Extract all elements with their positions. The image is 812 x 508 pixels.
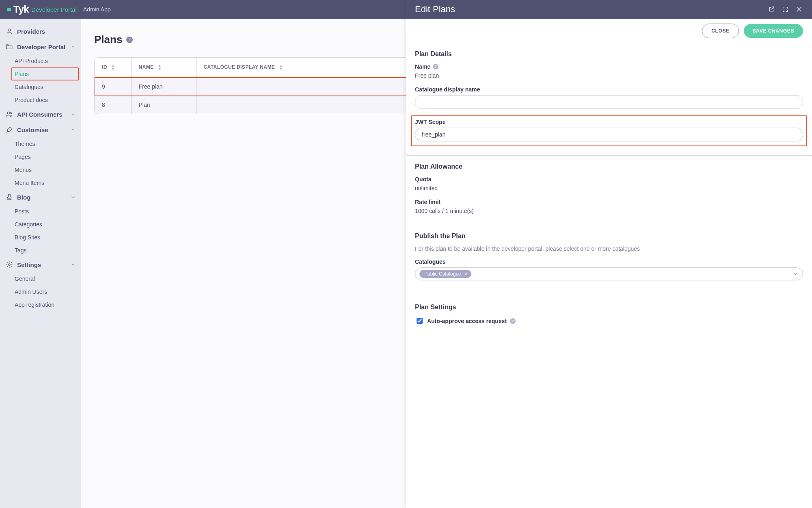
cell-name: Free plan [131,78,196,96]
panel-actions: CLOSE SAVE CHANGES [406,19,812,43]
col-name[interactable]: NAME ▲▼ [131,58,196,78]
svg-point-4 [9,264,11,266]
page-title: Plans [94,33,122,46]
catalogue-tag: Public Catalogue ✕ [419,270,471,278]
chevron-down-icon [71,195,76,200]
svg-point-2 [10,113,12,114]
fullscreen-icon[interactable] [781,5,789,13]
logo-square-icon [7,8,11,11]
sidebar-item-settings[interactable]: Settings [0,257,81,272]
cell-id: 8 [95,96,131,114]
panel-body: Plan Details Name ? Free plan Catalogue … [406,43,812,508]
open-external-icon[interactable] [767,5,775,13]
users-icon [6,111,13,118]
sidebar-sub-admin-users[interactable]: Admin Users [0,285,81,298]
catalogue-display-name-input[interactable] [415,95,803,109]
section-description: For this plan to be available in the dev… [415,245,803,252]
svg-point-0 [8,29,11,31]
sidebar-sub-posts[interactable]: Posts [0,205,81,218]
auto-approve-checkbox[interactable] [417,318,423,324]
sidebar-sub-product-docs[interactable]: Product docs [0,93,81,106]
catalogues-select[interactable]: Public Catalogue ✕ [415,267,803,280]
brand-text: Tyk [13,4,29,15]
close-button[interactable]: CLOSE [702,24,739,38]
chevron-up-icon [71,112,76,117]
cell-id: 9 [95,78,131,96]
sidebar-item-developer-portal[interactable]: Developer Portal [0,39,81,54]
section-plan-details: Plan Details Name ? Free plan Catalogue … [406,43,812,156]
sidebar: Providers Developer Portal API Products … [0,19,81,508]
brand-subtitle: Developer Portal [31,6,77,13]
field-label: JWT Scope [415,119,445,125]
field-name: Name ? Free plan [415,63,803,79]
field-value: Free plan [415,72,803,79]
sidebar-item-api-consumers[interactable]: API Consumers [0,106,81,122]
close-icon[interactable] [795,5,803,13]
field-label: Catalogue display name [415,86,480,93]
jwt-scope-input[interactable] [415,128,803,141]
sidebar-item-label: Developer Portal [17,43,65,50]
gear-icon [6,261,13,268]
cell-name: Plan [131,96,196,114]
sidebar-item-customise[interactable]: Customise [0,122,81,137]
sidebar-item-label: API Consumers [17,111,63,118]
sidebar-sub-categories[interactable]: Categories [0,218,81,231]
field-label: Name [415,63,430,70]
section-publish-plan: Publish the Plan For this plan to be ava… [406,225,812,296]
stamp-icon [6,193,13,201]
chevron-down-icon [71,127,76,132]
chevron-down-icon [71,44,76,49]
field-rate-limit: Rate limit 1000 calls / 1 minute(s) [415,199,803,214]
field-jwt-scope-highlight: JWT Scope [411,115,807,146]
sidebar-item-label: Providers [17,28,45,35]
sidebar-sub-themes[interactable]: Themes [0,137,81,150]
save-button[interactable]: SAVE CHANGES [744,24,803,38]
sidebar-item-label: Customise [17,126,48,133]
field-quota: Quota unlimited [415,176,803,191]
sort-icon: ▲▼ [158,64,162,71]
field-label: Quota [415,176,431,182]
sort-icon: ▲▼ [279,64,283,71]
col-id[interactable]: ID ▲▼ [95,58,131,78]
sidebar-item-blog[interactable]: Blog [0,189,81,205]
field-catalogue-display-name: Catalogue display name [415,86,803,109]
user-icon [6,28,13,35]
section-heading: Plan Details [415,50,803,58]
folder-icon [6,43,13,50]
auto-approve-row[interactable]: Auto-approve access request ? [415,317,803,325]
edit-panel: Edit Plans CLOSE SAVE CHANGES Plan Detai… [406,0,812,508]
count-badge: 2 [126,37,133,43]
checkbox-label: Auto-approve access request [427,318,507,324]
sidebar-sub-menu-items[interactable]: Menu Items [0,176,81,189]
section-plan-allowance: Plan Allowance Quota unlimited Rate limi… [406,156,812,225]
sidebar-sub-app-registration[interactable]: App registration [0,298,81,311]
chevron-down-icon [71,262,76,267]
help-icon[interactable]: ? [510,318,516,324]
sidebar-sub-general[interactable]: General [0,272,81,285]
sidebar-sub-pages[interactable]: Pages [0,150,81,163]
field-value: 1000 calls / 1 minute(s) [415,208,803,214]
sidebar-sub-blog-sites[interactable]: Blog Sites [0,231,81,244]
sidebar-sub-plans[interactable]: Plans [11,67,79,80]
sidebar-item-label: Blog [17,194,30,201]
sidebar-sub-api-products[interactable]: API Products [0,54,81,67]
app-label: Admin App [83,6,111,13]
sidebar-item-providers[interactable]: Providers [0,24,81,39]
sidebar-sub-tags[interactable]: Tags [0,244,81,257]
app-logo[interactable]: Tyk Developer Portal [7,4,77,15]
panel-title: Edit Plans [415,4,762,15]
section-heading: Plan Settings [415,304,803,311]
brush-icon [6,126,13,133]
sidebar-sub-catalogues[interactable]: Catalogues [0,80,81,93]
sidebar-sub-menus[interactable]: Menus [0,163,81,176]
section-heading: Publish the Plan [415,232,803,240]
field-label: Catalogues [415,258,445,265]
svg-point-1 [7,112,9,114]
sidebar-item-label: Settings [17,261,41,268]
field-catalogues: Catalogues Public Catalogue ✕ [415,258,803,280]
field-value: unlimited [415,185,803,191]
remove-tag-icon[interactable]: ✕ [464,271,468,277]
section-heading: Plan Allowance [415,163,803,170]
sort-icon: ▲▼ [111,64,115,71]
help-icon[interactable]: ? [433,64,438,69]
